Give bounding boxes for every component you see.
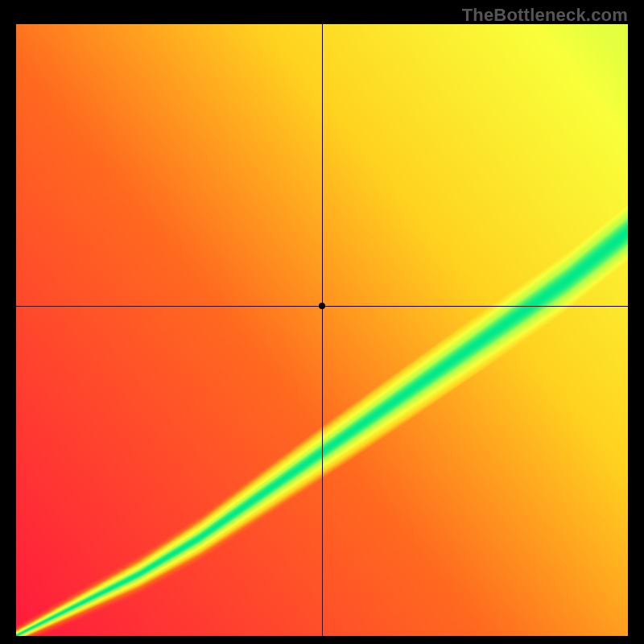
crosshair-vertical bbox=[322, 24, 323, 636]
chart-container: TheBottleneck.com bbox=[0, 0, 644, 644]
marker-dot bbox=[319, 303, 325, 309]
watermark-label: TheBottleneck.com bbox=[462, 5, 628, 26]
